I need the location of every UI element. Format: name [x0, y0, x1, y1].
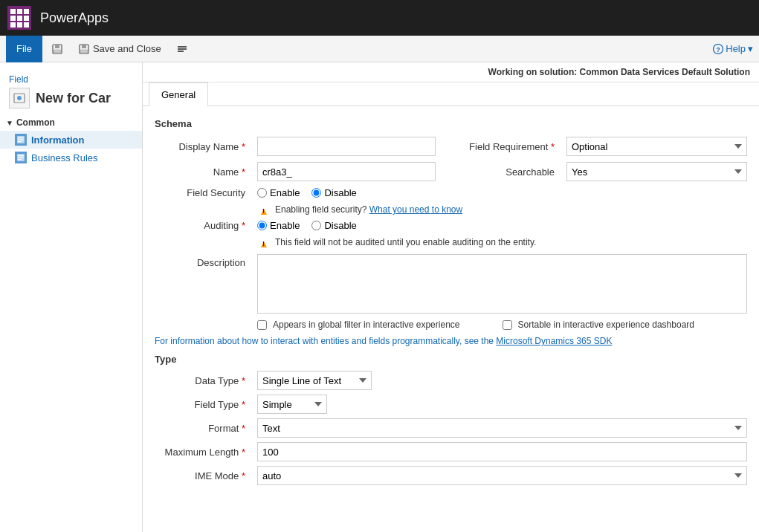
display-name-required: * — [242, 141, 245, 152]
help-dropdown-icon: ▾ — [748, 43, 753, 54]
extra-icon — [176, 43, 188, 55]
help-button[interactable]: ? Help ▾ — [713, 43, 753, 54]
auditing-label: Auditing * — [155, 220, 251, 231]
type-section-title: Type — [155, 354, 747, 365]
checkbox-group: Appears in global filter in interactive … — [257, 319, 747, 330]
save-icon-button[interactable] — [45, 40, 69, 58]
sortable-checkbox[interactable] — [503, 320, 512, 330]
svg-rect-15 — [18, 140, 24, 140]
warning-icon — [259, 205, 271, 217]
display-name-label: Display Name * — [155, 141, 251, 152]
sidebar-item-business-rules[interactable]: Business Rules — [0, 149, 142, 166]
tab-general[interactable]: General — [149, 82, 208, 106]
sdk-link[interactable]: Microsoft Dynamics 365 SDK — [496, 336, 612, 346]
ime-mode-select[interactable]: auto active inactive disabled — [257, 466, 747, 485]
field-security-disable-radio[interactable] — [311, 188, 321, 198]
global-filter-label: Appears in global filter in interactive … — [273, 319, 459, 330]
svg-rect-5 — [80, 50, 88, 53]
save-close-icon — [78, 43, 90, 55]
field-requirement-label: Field Requirement * — [442, 141, 561, 152]
auditing-disable-option[interactable]: Disable — [311, 220, 356, 231]
solution-bar: Working on solution: Common Data Service… — [143, 62, 759, 82]
svg-rect-20 — [18, 159, 22, 160]
global-filter-col: Appears in global filter in interactive … — [257, 319, 503, 330]
field-security-link[interactable]: What you need to know — [369, 204, 462, 215]
svg-rect-6 — [178, 46, 187, 48]
collapse-icon: ▼ — [6, 119, 13, 127]
data-type-row: Data Type * Single Line of Text Multiple… — [155, 371, 747, 390]
info-link-text: For information about how to interact wi… — [155, 336, 494, 346]
svg-rect-2 — [54, 50, 61, 53]
svg-point-12 — [17, 96, 22, 100]
auditing-disable-radio[interactable] — [311, 221, 321, 230]
auditing-warning-text: This field will not be audited until you… — [275, 237, 536, 247]
ime-mode-row: IME Mode * auto active inactive disabled — [155, 466, 747, 485]
auditing-row: Auditing * Enable Disable — [155, 220, 747, 231]
field-security-disable-option[interactable]: Disable — [311, 187, 356, 198]
field-security-warning-row: Enabling field security? What you need t… — [259, 204, 747, 217]
toolbar: File Save and Close — [0, 36, 759, 62]
entity-label: Field — [9, 74, 133, 85]
ime-mode-label: IME Mode * — [155, 470, 251, 481]
business-rules-label: Business Rules — [31, 152, 98, 163]
svg-rect-18 — [18, 155, 24, 156]
save-and-close-button[interactable]: Save and Close — [72, 40, 167, 58]
data-type-select[interactable]: Single Line of Text Multiple Lines of Te… — [257, 371, 372, 390]
name-input[interactable] — [257, 162, 436, 181]
svg-rect-4 — [82, 45, 86, 48]
info-link-row: For information about how to interact wi… — [155, 336, 747, 346]
extra-toolbar-button[interactable] — [170, 40, 194, 58]
svg-rect-1 — [55, 45, 59, 48]
description-textarea[interactable] — [257, 254, 747, 314]
name-label: Name * — [155, 166, 251, 178]
field-security-enable-radio[interactable] — [257, 188, 267, 198]
help-label: Help — [726, 43, 746, 54]
description-row: Description — [155, 254, 747, 314]
svg-rect-8 — [178, 51, 184, 52]
sortable-label: Sortable in interactive experience dashb… — [518, 319, 694, 330]
display-name-row: Display Name * Field Requirement * Optio… — [155, 137, 747, 156]
max-length-row: Maximum Length * — [155, 442, 747, 461]
top-navigation: PowerApps — [0, 0, 759, 36]
sidebar-item-information[interactable]: Information — [0, 131, 142, 149]
display-name-input[interactable] — [257, 137, 436, 156]
entity-title: New for Car — [36, 91, 111, 106]
data-type-label: Data Type * — [155, 375, 251, 386]
business-rules-icon — [15, 152, 27, 163]
common-label: Common — [16, 117, 55, 128]
auditing-enable-radio[interactable] — [257, 221, 267, 230]
field-type-select[interactable]: Simple Calculated Rollup — [257, 395, 327, 414]
field-security-row: Field Security Enable Disable — [155, 187, 747, 198]
field-type-row: Field Type * Simple Calculated Rollup — [155, 395, 747, 414]
schema-section-title: Schema — [155, 118, 747, 129]
auditing-radio-group: Enable Disable — [257, 220, 357, 231]
app-title: PowerApps — [40, 10, 109, 26]
help-icon: ? — [713, 44, 723, 54]
tab-bar: General — [143, 82, 759, 106]
sidebar-common-header: ▼ Common — [0, 111, 142, 131]
main-layout: Field New for Car ▼ Common — [0, 62, 759, 532]
format-label: Format * — [155, 423, 251, 434]
name-row: Name * Searchable Yes No — [155, 162, 747, 181]
field-requirement-select[interactable]: Optional Business Recommended Business R… — [566, 137, 747, 156]
searchable-select[interactable]: Yes No — [566, 162, 747, 181]
svg-rect-7 — [178, 48, 187, 50]
svg-rect-16 — [18, 141, 22, 142]
tab-general-label: General — [161, 89, 196, 100]
entity-icon — [9, 88, 30, 108]
format-select[interactable]: Text Email URL Ticker Symbol Phone — [257, 418, 747, 438]
file-button[interactable]: File — [6, 36, 42, 62]
field-security-enable-option[interactable]: Enable — [257, 187, 300, 198]
content-area: Working on solution: Common Data Service… — [143, 62, 759, 532]
field-security-warning-text: Enabling field security? What you need t… — [275, 204, 462, 215]
svg-rect-19 — [18, 158, 24, 158]
searchable-label: Searchable — [442, 166, 561, 178]
auditing-enable-option[interactable]: Enable — [257, 220, 300, 231]
waffle-icon[interactable] — [7, 6, 31, 30]
global-filter-checkbox[interactable] — [257, 320, 267, 330]
max-length-input[interactable] — [257, 442, 747, 461]
format-row: Format * Text Email URL Ticker Symbol Ph… — [155, 418, 747, 438]
field-security-radio-group: Enable Disable — [257, 187, 357, 198]
save-close-label: Save and Close — [93, 43, 161, 54]
svg-text:?: ? — [717, 46, 721, 53]
